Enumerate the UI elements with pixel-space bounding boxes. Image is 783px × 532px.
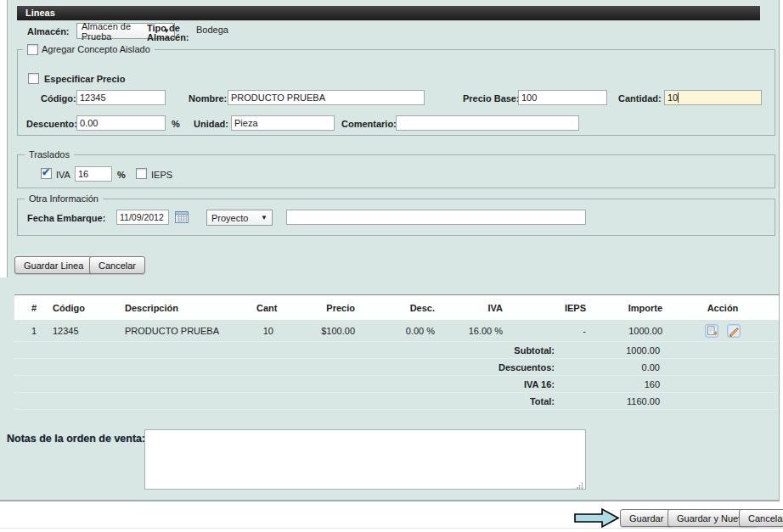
- annotation-arrow-icon: [574, 507, 620, 530]
- precio-base-label: Precio Base:: [463, 93, 520, 104]
- col-accion: Acción: [667, 303, 779, 313]
- proyecto-select[interactable]: Proyecto ▼: [206, 210, 273, 226]
- col-iva: IVA: [439, 303, 507, 313]
- lines-table-header: # Código Descripción Cant. Precio Desc. …: [14, 294, 779, 320]
- col-cant: Cant.: [256, 303, 278, 313]
- table-row: 1 12345 PRODUCTO PRUEBA 10 $100.00 0.00 …: [14, 320, 779, 342]
- edit-line-icon[interactable]: [727, 324, 741, 338]
- calendar-icon[interactable]: [175, 210, 189, 224]
- resize-handle-icon[interactable]: [577, 480, 583, 487]
- iva-total-label: IVA 16:: [14, 379, 555, 389]
- chevron-down-icon: ▼: [261, 215, 268, 221]
- iva-total-value: 160: [555, 379, 660, 389]
- unidad-label: Unidad:: [194, 119, 228, 129]
- subtotal-value: 1000.00: [555, 345, 660, 356]
- tipo-almacen-label: Tipo de Almacén:: [147, 24, 189, 42]
- row-desc: 0.00 %: [359, 326, 439, 336]
- row-importe: 1000.00: [590, 326, 667, 336]
- iva-percent-suffix: %: [117, 170, 126, 180]
- row-num: 1: [14, 326, 53, 336]
- duplicate-line-icon[interactable]: [705, 324, 718, 338]
- total-label: Total:: [14, 396, 555, 406]
- codigo-input[interactable]: [76, 90, 166, 105]
- proyecto-selected-value: Proyecto: [211, 213, 248, 223]
- row-codigo: 12345: [53, 326, 125, 336]
- traslados-legend: Traslados: [25, 149, 74, 160]
- descuento-label: Descuento:: [26, 119, 77, 129]
- row-precio: $100.00: [278, 326, 359, 336]
- row-iva: 16.00 %: [439, 326, 507, 336]
- row-descripcion: PRODUCTO PRUEBA: [125, 326, 256, 336]
- col-codigo: Código: [53, 303, 125, 313]
- comentario-label: Comentario:: [341, 119, 397, 129]
- fecha-embarque-label: Fecha Embarque:: [27, 213, 105, 223]
- row-ieps: -: [507, 326, 590, 336]
- row-cant: 10: [256, 326, 278, 336]
- notas-textarea[interactable]: [144, 429, 586, 490]
- col-num: #: [14, 303, 53, 313]
- especificar-precio-checkbox[interactable]: [28, 73, 39, 84]
- col-precio: Precio: [278, 303, 359, 313]
- unidad-input[interactable]: [231, 115, 335, 131]
- guardar-button[interactable]: Guardar: [620, 509, 673, 527]
- descuentos-label: Descuentos:: [14, 362, 555, 372]
- cancelar-linea-button[interactable]: Cancelar: [89, 256, 145, 274]
- col-ieps: IEPS: [507, 303, 590, 313]
- total-value: 1160.00: [555, 396, 660, 406]
- descuento-percent-suffix: %: [172, 119, 180, 129]
- fecha-embarque-input[interactable]: [116, 210, 169, 225]
- tipo-almacen-value: Bodega: [196, 25, 228, 35]
- ieps-label: IEPS: [151, 170, 172, 180]
- agregar-concepto-legend: Agregar Concepto Aislado: [23, 44, 155, 54]
- nombre-label: Nombre:: [189, 93, 227, 104]
- bottom-divider: [0, 528, 783, 529]
- iva-checkbox[interactable]: ✔: [41, 168, 52, 179]
- otra-informacion-legend: Otra Información: [25, 193, 103, 204]
- section-titlebar: Lineas: [17, 6, 760, 20]
- iva-percent-input[interactable]: [75, 166, 112, 182]
- col-importe: Importe: [590, 303, 667, 313]
- iva-label: IVA: [56, 170, 70, 180]
- proyecto-value-input[interactable]: [286, 210, 586, 225]
- descuento-input[interactable]: [76, 115, 166, 131]
- section-title: Lineas: [25, 8, 55, 18]
- lineas-form-screen: Lineas Almacén: Almacen de Prueba ▼ Tipo…: [0, 0, 783, 532]
- cantidad-label: Cantidad:: [618, 93, 662, 104]
- codigo-label: Código:: [41, 93, 76, 104]
- col-descripcion: Descripción: [125, 303, 256, 313]
- nombre-input[interactable]: [228, 90, 425, 105]
- text-cursor: [678, 92, 679, 103]
- iva-total-row: IVA 16: 160: [14, 376, 779, 393]
- ieps-checkbox[interactable]: [136, 168, 147, 179]
- subtotal-label: Subtotal:: [14, 345, 555, 356]
- cancelar-button[interactable]: Cancelar: [739, 509, 783, 527]
- check-icon: ✔: [42, 166, 50, 178]
- precio-base-input[interactable]: [518, 90, 607, 105]
- traslados-fieldset: Traslados: [17, 154, 775, 188]
- row-actions: [667, 324, 779, 338]
- almacen-label: Almacén:: [27, 26, 70, 36]
- total-row: Total: 1160.00: [14, 393, 779, 410]
- notas-label: Notas de la orden de venta:: [7, 433, 145, 445]
- subtotal-row: Subtotal: 1000.00: [14, 342, 779, 359]
- descuentos-value: 0.00: [555, 362, 660, 372]
- agregar-concepto-checkbox[interactable]: [27, 44, 38, 55]
- guardar-linea-button[interactable]: Guardar Linea: [14, 256, 93, 274]
- especificar-precio-label: Especificar Precio: [44, 74, 125, 84]
- comentario-input[interactable]: [396, 115, 579, 131]
- col-desc: Desc.: [359, 303, 439, 313]
- descuentos-row: Descuentos: 0.00: [14, 359, 779, 376]
- cantidad-input[interactable]: [664, 90, 762, 105]
